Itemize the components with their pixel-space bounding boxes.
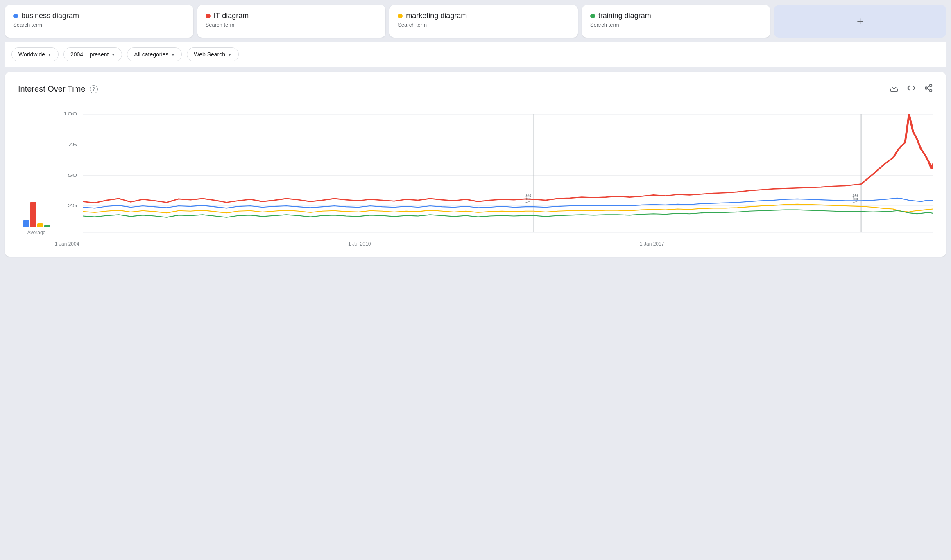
filter-searchtype[interactable]: Web Search ▼ — [187, 47, 239, 61]
card-title-row: Interest Over Time ? — [18, 84, 98, 94]
avg-bar-marketing — [37, 223, 43, 227]
term-label-business: Search term — [13, 22, 185, 28]
term-dot-marketing — [398, 14, 403, 18]
svg-line-4 — [927, 88, 930, 90]
search-term-card-it[interactable]: IT diagram Search term — [197, 5, 386, 38]
filter-category[interactable]: All categories ▼ — [127, 47, 182, 61]
x-labels: 1 Jan 2004 1 Jul 2010 1 Jan 2017 — [55, 239, 933, 247]
interest-over-time-card: Interest Over Time ? — [5, 72, 946, 257]
filter-region-label: Worldwide — [18, 51, 45, 58]
filter-category-label: All categories — [134, 51, 168, 58]
search-terms-row: business diagram Search term IT diagram … — [5, 5, 946, 38]
chart-title: Interest Over Time — [18, 84, 86, 94]
chevron-down-icon: ▼ — [228, 52, 232, 57]
term-name-business: business diagram — [21, 11, 79, 20]
x-label-2004: 1 Jan 2004 — [55, 241, 79, 247]
filters-row: Worldwide ▼ 2004 – present ▼ All categor… — [5, 42, 946, 67]
chevron-down-icon: ▼ — [48, 52, 52, 57]
term-dot-business — [13, 14, 18, 18]
chevron-down-icon: ▼ — [171, 52, 175, 57]
card-actions — [890, 84, 933, 95]
chart-area: Average 100 75 50 25 — [18, 108, 933, 247]
card-header: Interest Over Time ? — [18, 84, 933, 95]
help-icon[interactable]: ? — [90, 85, 98, 93]
term-label-it: Search term — [206, 22, 378, 28]
share-icon[interactable] — [924, 84, 933, 95]
avg-bar-business — [23, 220, 29, 227]
y-label-25: 25 — [68, 203, 77, 208]
chart-main: 100 75 50 25 Note Note — [55, 108, 933, 247]
search-term-card-marketing[interactable]: marketing diagram Search term — [389, 5, 578, 38]
avg-label: Average — [27, 230, 45, 235]
y-label-75: 75 — [68, 142, 77, 147]
download-icon[interactable] — [890, 84, 899, 95]
term-label-marketing: Search term — [398, 22, 570, 28]
term-label-training: Search term — [590, 22, 762, 28]
avg-bar-it — [30, 202, 36, 227]
y-label-50: 50 — [68, 172, 77, 178]
it-line — [83, 114, 933, 203]
term-dot-it — [206, 14, 211, 18]
embed-icon[interactable] — [907, 84, 916, 95]
filter-period[interactable]: 2004 – present ▼ — [63, 47, 122, 61]
chart-svg-container: 100 75 50 25 Note Note — [55, 108, 933, 239]
y-label-100: 100 — [63, 111, 77, 117]
term-name-training: training diagram — [598, 11, 651, 20]
search-term-card-business[interactable]: business diagram Search term — [5, 5, 193, 38]
plus-icon: + — [857, 15, 863, 28]
chevron-down-icon: ▼ — [111, 52, 115, 57]
filter-searchtype-label: Web Search — [194, 51, 225, 58]
avg-bar-training — [44, 225, 50, 227]
filter-period-label: 2004 – present — [70, 51, 109, 58]
term-name-marketing: marketing diagram — [406, 11, 467, 20]
term-name-it: IT diagram — [214, 11, 249, 20]
search-term-card-training[interactable]: training diagram Search term — [582, 5, 770, 38]
note-text-2: Note — [850, 194, 860, 204]
x-label-2017: 1 Jan 2017 — [640, 241, 664, 247]
svg-line-5 — [927, 86, 930, 88]
term-dot-training — [590, 14, 595, 18]
filter-region[interactable]: Worldwide ▼ — [11, 47, 59, 61]
x-label-2010: 1 Jul 2010 — [348, 241, 371, 247]
add-term-card[interactable]: + — [774, 5, 946, 38]
avg-bars — [23, 194, 50, 227]
avg-section: Average — [18, 108, 55, 247]
chart-svg: 100 75 50 25 Note Note — [55, 108, 933, 239]
marketing-line — [83, 204, 933, 213]
